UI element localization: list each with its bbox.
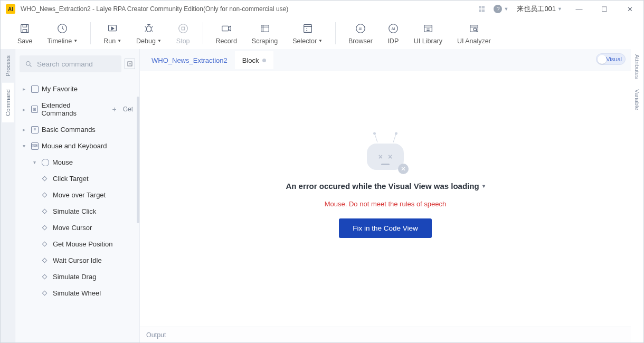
diamond-icon (42, 176, 48, 182)
help-menu[interactable]: ?▼ (494, 5, 508, 13)
toolbar-divider (90, 22, 91, 44)
run-button[interactable]: Run▼ (96, 22, 129, 45)
run-icon (107, 22, 118, 35)
chevron-down-icon: ▾ (482, 183, 485, 189)
tree-leaf[interactable]: Move over Target (15, 187, 139, 203)
error-robot-icon: ×× ✕ (364, 139, 406, 174)
tree-node-mousekeyboard[interactable]: ▾⌨Mouse and Keyboard (15, 138, 139, 154)
record-button[interactable]: Record (209, 22, 244, 45)
diamond-icon (42, 291, 48, 296)
minimize-button[interactable]: — (571, 5, 588, 13)
editor-area: WHO_News_Extraction2 Block Visual ×× ✕ A… (140, 49, 631, 342)
tab-attributes[interactable]: Attributes (632, 49, 642, 84)
get-link[interactable]: Get (123, 106, 133, 113)
error-badge-icon: ✕ (398, 164, 409, 174)
debug-icon (143, 22, 155, 35)
tree-leaf[interactable]: Simulate Wheel (15, 285, 139, 301)
svg-rect-0 (21, 24, 29, 32)
close-button[interactable]: ✕ (621, 5, 638, 13)
visual-toggle[interactable]: Visual (596, 53, 626, 65)
svg-rect-8 (304, 24, 311, 32)
app-icon: AI (6, 4, 15, 14)
command-tree: ▸My Favorite ▸⊞Extended Commands+Get ▸≡B… (15, 79, 139, 342)
uianalyzer-button[interactable]: UI Analyzer (450, 22, 498, 45)
title-bar: AI WHO_News_Extraction2 - Laiye RPA Crea… (1, 1, 643, 17)
tab-file[interactable]: WHO_News_Extraction2 (144, 51, 235, 69)
tree-node-extended[interactable]: ▸⊞Extended Commands+Get (15, 97, 139, 121)
search-icon (25, 60, 33, 68)
apps-grid-icon[interactable] (479, 6, 485, 12)
diamond-icon (42, 242, 48, 247)
scraping-button[interactable]: Scraping (244, 22, 285, 45)
chevron-down-icon: ▾ (23, 143, 28, 149)
tree-node-basic[interactable]: ▸≡Basic Commands (15, 121, 139, 138)
chevron-down-icon: ▼ (117, 39, 121, 43)
idp-button[interactable]: AI IDP (380, 22, 406, 45)
category-icon: ⌨ (31, 142, 39, 150)
stop-button: Stop (169, 22, 197, 45)
chevron-right-icon: ▸ (23, 107, 28, 112)
error-message: Mouse. Do not meet the rules of speech (325, 200, 447, 208)
collapse-button[interactable] (125, 59, 135, 69)
timeline-button[interactable]: Timeline▼ (40, 22, 86, 45)
diamond-icon (42, 274, 48, 280)
tree-node-mouse[interactable]: ▾Mouse (15, 154, 139, 170)
scrollbar[interactable] (137, 97, 139, 223)
tab-process[interactable]: Process (2, 49, 14, 83)
tree-leaf[interactable]: Move Cursor (15, 220, 139, 236)
selector-button[interactable]: Selector▼ (285, 22, 330, 45)
save-button[interactable]: Save (10, 22, 40, 45)
tab-command[interactable]: Command (2, 83, 14, 122)
browser-button[interactable]: AI Browser (341, 22, 380, 45)
toolbar-divider (203, 22, 203, 44)
mouse-icon (42, 159, 49, 166)
plus-icon[interactable]: + (112, 105, 116, 113)
chevron-down-icon: ▼ (73, 39, 78, 43)
workspace: Process Command Search command ▸My Favor… (1, 49, 643, 342)
left-side-tabs: Process Command (1, 49, 15, 342)
timeline-icon (56, 22, 68, 35)
tab-block[interactable]: Block (235, 51, 273, 69)
svg-point-16 (26, 61, 31, 65)
chevron-down-icon: ▼ (318, 39, 323, 43)
error-heading[interactable]: An error occured while the Visual View w… (286, 182, 485, 190)
maximize-button[interactable]: ☐ (596, 5, 613, 13)
tree-leaf[interactable]: Wait Cursor Idle (15, 252, 139, 269)
main-toolbar: Save Timeline▼ Run▼ Debug▼ Stop Record S… (1, 17, 643, 49)
svg-rect-7 (261, 25, 269, 32)
diamond-icon (42, 225, 48, 231)
diamond-icon (42, 193, 48, 198)
search-placeholder: Search command (37, 60, 93, 68)
editor-tabs: WHO_News_Extraction2 Block Visual (140, 49, 631, 71)
tree-leaf[interactable]: Click Target (15, 170, 139, 187)
diamond-icon (42, 258, 48, 263)
modified-dot-icon (262, 59, 266, 62)
debug-button[interactable]: Debug▼ (129, 22, 169, 45)
folder-icon (31, 85, 39, 93)
category-icon: ≡ (31, 126, 39, 134)
selector-icon (302, 22, 314, 35)
chevron-right-icon: ▸ (23, 86, 28, 92)
tree-leaf[interactable]: Simulate Drag (15, 269, 139, 285)
tree-node-myfavorite[interactable]: ▸My Favorite (15, 81, 139, 97)
fix-code-button[interactable]: Fix in the Code View (339, 218, 432, 238)
tree-leaf[interactable]: Get Mouse Position (15, 236, 139, 252)
chevron-down-icon: ▼ (157, 39, 162, 43)
right-side-tabs: Attributes Variable (631, 49, 643, 342)
search-input[interactable]: Search command (20, 55, 121, 72)
svg-text:AI: AI (358, 26, 362, 31)
uilibrary-icon (422, 22, 434, 35)
help-icon: ? (494, 5, 502, 13)
user-menu[interactable]: 来也员工001▼ (517, 4, 562, 14)
visual-canvas: ×× ✕ An error occured while the Visual V… (140, 71, 631, 327)
tab-variable[interactable]: Variable (632, 84, 642, 116)
scraping-icon (259, 22, 271, 35)
chevron-down-icon: ▼ (504, 6, 508, 12)
svg-point-4 (178, 24, 187, 33)
uilibrary-button[interactable]: UI Library (406, 22, 450, 45)
tree-leaf[interactable]: Simulate Click (15, 203, 139, 220)
svg-rect-5 (182, 27, 185, 30)
svg-text:AI: AI (391, 26, 395, 31)
output-panel-header[interactable]: Output (140, 327, 631, 342)
chevron-down-icon: ▼ (557, 6, 562, 12)
